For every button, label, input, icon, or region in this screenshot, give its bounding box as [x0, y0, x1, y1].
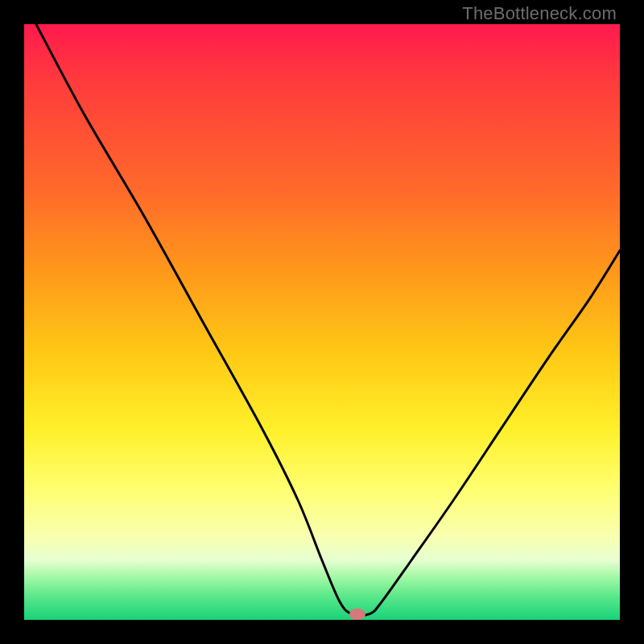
bottleneck-curve-path	[36, 24, 620, 615]
watermark-text: TheBottleneck.com	[462, 3, 617, 24]
plot-area	[24, 24, 620, 620]
chart-container: TheBottleneck.com	[0, 0, 644, 644]
curve-svg	[24, 24, 620, 620]
optimal-point-marker	[349, 609, 365, 620]
